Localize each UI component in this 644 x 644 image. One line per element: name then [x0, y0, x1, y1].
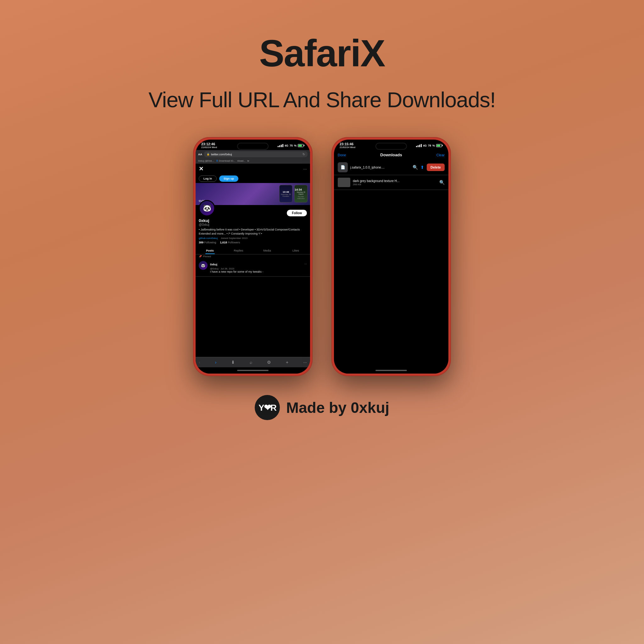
home-indicator-1	[196, 367, 310, 374]
tab-posts[interactable]: Posts	[196, 247, 224, 254]
follow-button[interactable]: Follow	[287, 210, 307, 216]
downloads-clear-button[interactable]: Clear	[436, 153, 445, 157]
dynamic-island-2	[375, 143, 407, 150]
download-delete-button-1[interactable]: Delete	[427, 164, 445, 171]
phone2-battery-pct: 78	[428, 144, 431, 147]
download-search-icon-2[interactable]: 🔍	[439, 180, 445, 185]
more-button[interactable]: ···	[303, 360, 307, 365]
download-item-1-main: 📄 j.safarix_1.0.0_iphone....	[338, 162, 410, 172]
download-info-2: dark grey background texture H... 266 KB	[353, 179, 437, 186]
phone1-time: 23:12:46	[201, 142, 215, 146]
safari-reload-icon[interactable]: ↻	[303, 153, 305, 156]
phone2-frame: 23:15:46 21/02/24 Wed 4G 78%	[331, 137, 451, 376]
profile-avatar-row: 🐼 Follow	[199, 200, 307, 216]
brand-made-by: Made by 0xkuj	[286, 399, 389, 416]
phones-container: 23:12:46 21/02/24 Wed 4G 75%	[193, 137, 451, 376]
following-label: Following	[204, 241, 216, 244]
tweet-author: 0xkuj	[210, 263, 217, 266]
following-count: 389	[199, 241, 203, 244]
app-subtitle: View Full URL And Share Downloads!	[148, 87, 496, 112]
phone2-date: 21/02/24 Wed	[340, 146, 355, 149]
profile-links: github.com/0xkuj Joined September 2013	[199, 237, 307, 240]
phone1-screen: 23:12:46 21/02/24 Wed 4G 75%	[196, 140, 310, 374]
download-badge-icon: ⬇	[216, 159, 218, 162]
phone2-time: 23:15:46	[340, 142, 353, 146]
settings-button[interactable]: ⚙	[267, 360, 271, 365]
download-item-2: dark grey background texture H... 266 KB…	[334, 175, 448, 190]
signal-icon	[278, 144, 283, 147]
downloads-done-button[interactable]: Done	[338, 153, 346, 157]
app-title: SafariX	[259, 31, 385, 75]
downloads-list: 📄 j.safarix_1.0.0_iphone.... 🔍 ⬆ Delete	[334, 160, 448, 367]
safari-url-text: twitter.com/0xkuj	[211, 153, 232, 156]
tweet-item: 🐼 0xkuj ··· @0xkuj · Jul 28, 2023 I have…	[196, 258, 310, 277]
download-name-1: j.safarix_1.0.0_iphone....	[350, 166, 410, 169]
safari-tab-2[interactable]: ⬇ Download iO...	[216, 159, 235, 162]
profile-handle: @0xkuj	[199, 223, 307, 226]
followers-count: 1,618	[220, 241, 227, 244]
branding-section: Y❤R Made by 0xkuj	[255, 395, 389, 420]
safari-aa-button[interactable]: AA	[198, 153, 202, 156]
download-size-2: 266 KB	[353, 183, 437, 186]
download-share-icon-1[interactable]: ⬆	[420, 165, 424, 170]
tweet-body: 0xkuj ··· @0xkuj · Jul 28, 2023 I have a…	[210, 261, 307, 274]
tweet-more-icon[interactable]: ···	[304, 262, 307, 266]
banner-time-2: 14:34	[295, 188, 307, 191]
safari-tabs-bar: 0xkuj (@0xk... ⬇ Download iO... nload...…	[196, 158, 310, 164]
twitter-login-button[interactable]: Log in	[199, 175, 217, 182]
twitter-x-logo: ✕	[199, 165, 203, 172]
twitter-signup-button[interactable]: Sign up	[219, 175, 238, 182]
safari-url-bar[interactable]: 🔒 twitter.com/0xkuj ↻	[204, 151, 308, 157]
download-actions-1: 🔍 ⬆ Delete	[413, 164, 445, 171]
back-button[interactable]: ‹	[199, 360, 200, 365]
followers-label: Followers	[228, 241, 240, 244]
downloads-header: Done Downloads Clear	[334, 150, 448, 160]
tweet-avatar: 🐼	[199, 261, 208, 270]
profile-section: 🐼 Follow 0xkuj @0xkuj • Jailbreaking bef…	[196, 205, 310, 247]
phone1-network: 4G	[285, 144, 288, 147]
twitter-nav-tabs: Posts Replies Media Likes	[196, 247, 310, 254]
search-button[interactable]: ⌕	[250, 360, 252, 365]
safari-bottom-bar: ‹ › ⬇ ⌕ ⚙ + ···	[196, 357, 310, 367]
twitter-content: ✕ ··· Log in Sign up 10:48 Saturday 20 O…	[196, 164, 310, 357]
tab-media[interactable]: Media	[253, 247, 281, 254]
pin-icon: 📌	[199, 255, 202, 258]
tweet-meta: 0xkuj ···	[210, 261, 307, 267]
add-tab-button[interactable]: +	[286, 360, 288, 365]
profile-name: 0xkuj	[199, 218, 307, 223]
download-info-1: j.safarix_1.0.0_iphone....	[350, 166, 410, 169]
profile-bio: • Jailbreaking before it was cool • Deve…	[199, 228, 307, 236]
tweet-handle-date: @0xkuj · Jul 28, 2023	[210, 267, 307, 270]
brand-logo: Y❤R	[255, 395, 280, 420]
signal-icon-2	[416, 144, 422, 147]
phone1-date: 21/02/24 Wed	[201, 146, 217, 149]
safari-toolbar: AA 🔒 twitter.com/0xkuj ↻	[196, 150, 310, 158]
home-bar-1	[237, 370, 269, 371]
banner-time-1: 10:48	[280, 191, 292, 193]
download-name-2: dark grey background texture H...	[353, 179, 437, 183]
twitter-more-icon[interactable]: ···	[303, 166, 307, 171]
forward-button[interactable]: ›	[215, 360, 217, 365]
safari-tab-1[interactable]: 0xkuj (@0xk...	[198, 159, 214, 162]
safari-tab-4[interactable]: le	[247, 159, 249, 162]
profile-avatar: 🐼	[199, 200, 215, 216]
download-button[interactable]: ⬇	[231, 360, 235, 365]
profile-joined: Joined September 2013	[221, 237, 247, 240]
tweet-text: I have a new repo for some of my tweaks …	[210, 270, 307, 274]
profile-stats: 389 Following 1,618 Followers	[199, 241, 307, 244]
twitter-auth-buttons: Log in Sign up	[196, 174, 310, 183]
home-indicator-2	[334, 367, 448, 374]
tab-replies[interactable]: Replies	[224, 247, 253, 254]
download-thumb-2	[338, 178, 350, 187]
battery-icon-2	[436, 144, 443, 147]
safari-tab-3[interactable]: nload...	[237, 159, 245, 162]
phone2-network: 4G	[423, 144, 427, 147]
profile-github-link[interactable]: github.com/0xkuj	[199, 237, 218, 240]
twitter-header: ✕ ···	[196, 164, 310, 174]
battery-icon	[298, 144, 304, 147]
phone1-frame: 23:12:46 21/02/24 Wed 4G 75%	[193, 137, 313, 376]
home-bar-2	[375, 370, 407, 371]
lock-icon: 🔒	[207, 153, 210, 156]
tab-likes[interactable]: Likes	[281, 247, 310, 254]
download-search-icon-1[interactable]: 🔍	[413, 165, 418, 170]
